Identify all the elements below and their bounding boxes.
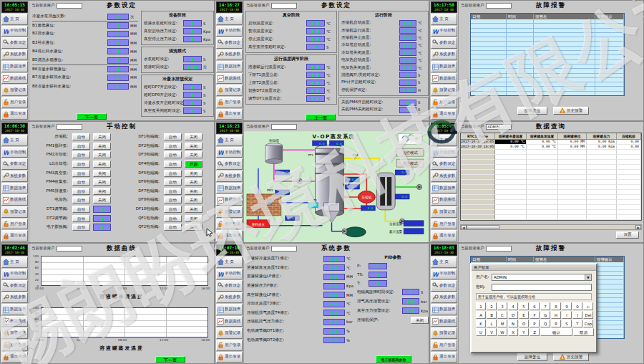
value-field[interactable]: 0.0 xyxy=(399,64,416,71)
value-field[interactable]: 0.0 xyxy=(323,337,345,343)
key-j[interactable]: J xyxy=(572,311,582,319)
sidebar-item-curve[interactable]: 数据曲线 xyxy=(1,316,28,327)
auto-mode-button[interactable]: 自动 xyxy=(72,170,90,177)
next-page-button[interactable]: 下一页 xyxy=(155,356,185,363)
value-field[interactable]: 0 xyxy=(107,14,129,20)
sidebar-item-login[interactable]: 用户登录 xyxy=(1,340,28,351)
key-c[interactable]: C xyxy=(497,311,507,319)
sidebar-item-manual[interactable]: W手动控制 xyxy=(431,26,457,37)
auto-mode-button[interactable]: 自动 xyxy=(72,133,90,140)
key-cap[interactable]: Cap xyxy=(583,320,593,327)
sidebar-item-curve[interactable]: 数据曲线 xyxy=(216,316,243,327)
scroll-left-arrow[interactable]: ◀ xyxy=(461,225,467,229)
auto-mode-button[interactable]: 自动 xyxy=(72,224,90,231)
sidebar-item-manual[interactable]: W手动控制 xyxy=(216,269,243,280)
sidebar-item-logout[interactable]: 退出登录 xyxy=(1,109,28,120)
key-h[interactable]: H xyxy=(551,311,561,319)
close-state-button[interactable]: 关闭 xyxy=(93,151,111,158)
sidebar-item-login[interactable]: 用户登录 xyxy=(431,219,457,230)
value-field[interactable]: 0 xyxy=(183,36,202,42)
sidebar-item-logout[interactable]: 退出登录 xyxy=(216,352,243,363)
close-state-button[interactable]: 关闭 xyxy=(93,178,111,186)
flow-value-box[interactable]: 0.0 xyxy=(286,216,300,221)
scroll-right-arrow[interactable]: ▶ xyxy=(635,225,641,229)
close-state-button[interactable]: 关闭 xyxy=(185,224,203,231)
value-field[interactable]: 0.0 xyxy=(399,49,416,56)
value-field[interactable]: 0.0 xyxy=(306,95,325,102)
value-field[interactable]: 0.00 xyxy=(399,87,416,93)
sidebar-item-logout[interactable]: 退出登录 xyxy=(216,109,243,120)
sidebar-item-report[interactable]: 数据报表 xyxy=(216,183,243,194)
login-user-value[interactable] xyxy=(271,124,297,130)
sidebar-item-system[interactable]: 系统参数 xyxy=(1,49,28,61)
auto-mode-button[interactable]: 自动 xyxy=(164,196,182,203)
value-field[interactable]: 0 xyxy=(399,100,416,106)
value-field[interactable]: 0 xyxy=(369,263,387,269)
flow-value-box[interactable]: 0.0 xyxy=(345,184,359,189)
value-field[interactable]: 0.0 xyxy=(306,36,325,42)
flow-value-box[interactable]: 0.0 xyxy=(330,140,344,145)
clean-mode-button[interactable]: 清洗模式 xyxy=(396,159,424,167)
auto-mode-button[interactable]: 自动 xyxy=(164,170,182,177)
sidebar-item-system[interactable]: 系统参数 xyxy=(216,171,243,182)
sidebar-item-manual[interactable]: W手动控制 xyxy=(216,26,243,37)
login-user-value[interactable] xyxy=(57,124,82,130)
key-k[interactable]: K xyxy=(476,320,486,327)
prev-page-button[interactable]: 上一页 xyxy=(306,114,336,120)
sidebar-item-param[interactable]: 参数设定 xyxy=(431,280,457,292)
sidebar-item-alarm[interactable]: 报警记录 xyxy=(216,85,243,96)
auto-mode-button[interactable]: 自动 xyxy=(72,196,90,203)
value-field[interactable]: 0 xyxy=(306,44,325,50)
key-r[interactable]: R xyxy=(551,320,561,327)
close-state-button[interactable]: 关闭 xyxy=(93,133,111,140)
sidebar-item-home[interactable]: 主 页 xyxy=(431,135,457,146)
value-field[interactable]: 0 xyxy=(107,57,129,64)
key-7[interactable]: 7 xyxy=(540,302,550,310)
key-y[interactable]: Y xyxy=(519,328,529,336)
key-0[interactable]: 0 xyxy=(572,302,582,310)
password-input[interactable] xyxy=(492,284,592,291)
sidebar-item-alarm[interactable]: 报警记录 xyxy=(431,327,457,339)
flow-value-box[interactable]: 0.0 xyxy=(275,190,290,195)
flow-value-box[interactable]: 0.0 xyxy=(395,170,409,175)
horizontal-scrollbar[interactable]: ◀▶ xyxy=(460,224,642,230)
value-field[interactable]: 0.0 xyxy=(402,307,419,314)
sidebar-item-login[interactable]: 用户登录 xyxy=(216,219,243,230)
key-4[interactable]: 4 xyxy=(508,302,518,310)
value-field[interactable]: 0.0 xyxy=(402,298,419,305)
sidebar-item-home[interactable]: 主 页 xyxy=(431,14,457,25)
sidebar-item-param[interactable]: 参数设定 xyxy=(431,37,457,49)
value-field[interactable]: 0 xyxy=(183,107,202,114)
sidebar-item-alarm[interactable]: 报警记录 xyxy=(1,206,28,218)
ok-button[interactable]: 确认 xyxy=(540,328,572,336)
value-field[interactable]: 5 xyxy=(402,289,419,295)
auto-mode-button[interactable]: 自动 xyxy=(72,188,90,195)
login-user-value[interactable] xyxy=(57,3,82,9)
key-q[interactable]: Q xyxy=(540,320,550,327)
value-field[interactable]: 0 xyxy=(369,272,387,278)
fault-reset-button[interactable]: 故障复位 xyxy=(517,353,547,361)
key-m[interactable]: M xyxy=(497,320,507,327)
value-field[interactable]: 0 xyxy=(183,100,202,106)
sidebar-item-alarm[interactable]: 报警记录 xyxy=(431,85,457,96)
sidebar-item-curve[interactable]: 数据曲线 xyxy=(431,316,457,327)
sidebar-item-curve[interactable]: 数据曲线 xyxy=(431,73,457,85)
auto-mode-button[interactable]: 自动 xyxy=(164,161,182,168)
cancel-button[interactable]: 取消 xyxy=(573,328,594,336)
value-field[interactable]: 0.0 xyxy=(323,310,345,316)
value-field[interactable]: 0.0 xyxy=(323,256,345,262)
value-field[interactable]: 0 xyxy=(107,22,129,29)
sidebar-item-logout[interactable]: 退出登录 xyxy=(1,230,28,241)
value-field[interactable]: 0 xyxy=(107,75,129,81)
open-state-button[interactable]: 开启 xyxy=(185,161,203,168)
key-6[interactable]: 6 xyxy=(530,302,540,310)
sidebar-item-param[interactable]: 参数设定 xyxy=(1,37,28,49)
value-field[interactable]: 0.0 xyxy=(306,64,325,70)
flow-value-box[interactable]: 0.0 xyxy=(313,140,327,145)
key-3[interactable]: 3 xyxy=(497,302,507,310)
value-field[interactable]: 5 xyxy=(399,72,416,78)
value-field[interactable]: 0.0 xyxy=(306,72,325,78)
history-alarm-button[interactable]: !历史报警 xyxy=(553,107,589,115)
login-user-value[interactable] xyxy=(271,246,297,252)
key-2[interactable]: 2 xyxy=(487,302,497,310)
